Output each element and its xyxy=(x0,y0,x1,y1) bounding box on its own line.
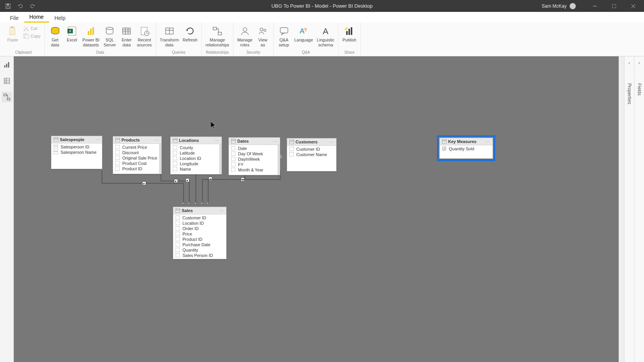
field-row[interactable]: Purchase Date xyxy=(173,242,226,247)
table-dates[interactable]: Dates ⋯ Date Day Of Week DayInWeek FY Mo… xyxy=(228,137,280,175)
table-menu-button[interactable]: ⋯ xyxy=(155,138,159,142)
expand-properties-button[interactable]: ‹ xyxy=(629,60,630,66)
fields-tab[interactable]: Fields xyxy=(636,81,643,98)
svg-rect-56 xyxy=(54,150,58,154)
svg-rect-46 xyxy=(4,78,10,84)
recent-sources-icon xyxy=(138,25,151,37)
field-row[interactable]: Date xyxy=(229,146,280,151)
table-menu-button[interactable]: ⋯ xyxy=(273,139,278,143)
field-row[interactable]: DayInWeek xyxy=(229,156,280,162)
svg-point-33 xyxy=(243,28,247,31)
field-row[interactable]: Salesperson Name xyxy=(51,150,102,155)
svg-rect-32 xyxy=(218,32,222,35)
undo-icon[interactable] xyxy=(18,3,23,9)
qna-setup-button[interactable]: Q&A setup xyxy=(276,24,292,48)
model-view-button[interactable] xyxy=(2,92,12,102)
vertical-scrollbar[interactable] xyxy=(619,56,624,362)
field-row[interactable]: Quantity Sold xyxy=(440,146,493,151)
field-row[interactable]: Latitude xyxy=(171,150,222,156)
table-customers[interactable]: Customers ⋯ Customer ID Customer Name xyxy=(287,138,337,171)
table-menu-button[interactable]: ⋯ xyxy=(220,209,224,213)
manage-relationships-button[interactable]: Manage relationships xyxy=(204,24,231,48)
paste-button: Paste xyxy=(5,24,21,43)
redo-icon[interactable] xyxy=(30,3,35,9)
field-row[interactable]: Product Cost xyxy=(113,161,161,166)
field-row[interactable]: Customer ID xyxy=(173,215,226,220)
table-menu-button[interactable]: ⋯ xyxy=(215,138,219,143)
menu-home[interactable]: Home xyxy=(24,12,49,23)
field-row[interactable]: Order ID xyxy=(173,226,226,231)
field-row[interactable]: Longitude xyxy=(171,161,222,166)
field-row[interactable]: Product ID xyxy=(113,166,161,171)
field-row[interactable]: Current Price xyxy=(113,145,161,150)
refresh-button[interactable]: Refresh xyxy=(181,24,199,43)
svg-rect-83 xyxy=(176,208,180,213)
svg-rect-88 xyxy=(176,232,180,236)
table-menu-button[interactable]: ⋯ xyxy=(330,140,334,144)
data-view-button[interactable] xyxy=(2,76,12,86)
field-row[interactable]: Location ID xyxy=(171,156,222,161)
table-products[interactable]: Products ⋯ Current Price Discount Origin… xyxy=(113,136,162,174)
publish-button[interactable]: Publish xyxy=(341,24,358,43)
field-row[interactable]: Salesperson ID xyxy=(51,144,102,150)
model-canvas[interactable]: 1 ▸ 1 ▸ 1 ▸ ◂ ◂ 1 xyxy=(14,56,624,362)
powerbi-datasets-button[interactable]: Power BI datasets xyxy=(81,24,101,48)
expand-fields-button[interactable]: ‹ xyxy=(639,60,640,66)
field-row[interactable]: Month & Year xyxy=(229,167,280,173)
sql-server-button[interactable]: SQL Server xyxy=(102,24,118,48)
report-view-button[interactable] xyxy=(2,59,12,70)
table-salespeople[interactable]: Salespeople ⋯ Salesperson ID Salesperson… xyxy=(51,136,102,169)
field-row[interactable]: County xyxy=(171,145,222,150)
svg-rect-75 xyxy=(231,151,235,156)
field-icon xyxy=(173,161,177,166)
table-key-measures[interactable]: Key Measures ⋯ Quantity Sold xyxy=(439,138,493,159)
menu-help[interactable]: Help xyxy=(49,13,71,23)
close-button[interactable] xyxy=(626,0,641,12)
field-icon xyxy=(176,248,180,252)
table-locations[interactable]: Locations ⋯ County Latitude Location ID … xyxy=(170,137,222,174)
table-icon xyxy=(54,137,58,142)
field-row[interactable]: FY xyxy=(229,162,280,167)
table-menu-button[interactable]: ⋯ xyxy=(95,138,100,142)
svg-rect-51 xyxy=(7,98,10,100)
manage-roles-button[interactable]: Manage roles xyxy=(236,24,254,48)
window-title: UBG To Power BI - Model - Power BI Deskt… xyxy=(271,3,373,9)
transform-data-button[interactable]: Transform data xyxy=(158,24,181,48)
ribbon-group-qna: Q&A setup A字 Language A Linguistic schem… xyxy=(274,23,339,56)
save-icon[interactable] xyxy=(5,3,11,9)
svg-rect-87 xyxy=(176,226,180,230)
menu-file[interactable]: File xyxy=(5,13,24,23)
field-row[interactable]: Customer ID xyxy=(287,146,336,152)
maximize-button[interactable] xyxy=(606,0,622,12)
field-row[interactable]: Name xyxy=(171,166,222,172)
user-account[interactable]: Sam McKay xyxy=(542,3,576,9)
properties-tab[interactable]: Properties xyxy=(626,81,633,107)
cardinality-many: * xyxy=(201,202,203,206)
svg-rect-45 xyxy=(8,62,9,67)
field-row[interactable]: Sales Person ID xyxy=(173,253,226,258)
field-row[interactable]: Quantity xyxy=(173,247,226,253)
svg-rect-67 xyxy=(173,145,177,150)
field-row[interactable]: Day Of Week xyxy=(229,151,280,156)
field-row[interactable]: Discount xyxy=(113,150,161,155)
svg-rect-93 xyxy=(442,139,447,144)
table-sales[interactable]: Sales ⋯ Customer ID Location ID Order ID… xyxy=(173,207,227,259)
field-row[interactable]: Customer Name xyxy=(287,152,336,157)
view-as-button[interactable]: View as xyxy=(255,24,271,48)
field-row[interactable]: Location ID xyxy=(173,220,226,226)
field-row[interactable]: Original Sale Price xyxy=(113,155,161,161)
table-icon xyxy=(442,139,447,144)
enter-data-button[interactable]: Enter data xyxy=(118,24,135,48)
get-data-button[interactable]: Get data xyxy=(47,24,63,48)
language-button[interactable]: A字 Language xyxy=(293,24,315,43)
field-row[interactable]: Product ID xyxy=(173,237,226,242)
linguistic-schema-button[interactable]: A Linguistic schema xyxy=(315,24,336,48)
field-icon xyxy=(176,242,180,247)
filter-direction-icon: ▸ xyxy=(142,181,146,185)
field-row[interactable]: Price xyxy=(173,231,226,237)
recent-sources-button[interactable]: Recent sources xyxy=(135,24,153,48)
svg-rect-89 xyxy=(176,237,180,241)
table-menu-button[interactable]: ⋯ xyxy=(486,140,490,144)
minimize-button[interactable] xyxy=(587,0,603,12)
excel-button[interactable]: X Excel xyxy=(64,24,80,43)
